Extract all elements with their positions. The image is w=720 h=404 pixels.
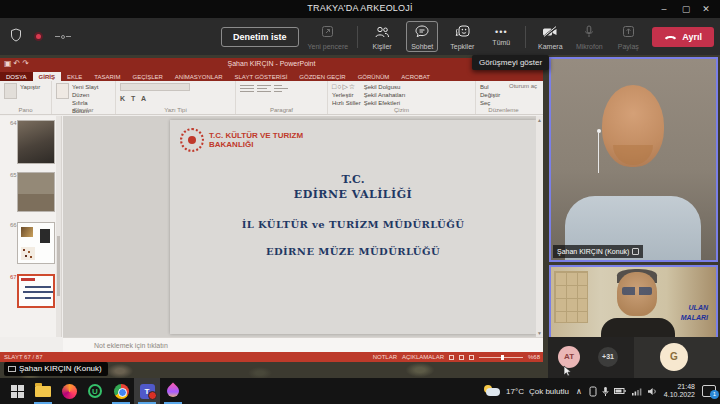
shape-outline-button[interactable]: Şekil Anahatları [364, 91, 406, 99]
paint-app-button[interactable] [160, 378, 186, 404]
camera-button[interactable]: Kamera [535, 24, 565, 50]
tab-dosya[interactable]: DOSYA [0, 72, 33, 81]
tab-animasyonlar[interactable]: ANİMASYONLAR [169, 72, 229, 81]
firefox-button[interactable] [56, 378, 82, 404]
scroll-down-icon[interactable]: ▼ [536, 330, 543, 336]
camera-off-icon [542, 24, 558, 42]
people-button[interactable]: Kişiler [367, 24, 397, 50]
teams-titlebar: TRAKYA'DA ARKEOLOJİ – ▢ ✕ [0, 0, 720, 18]
paste-icon[interactable] [4, 83, 17, 99]
shape-fill-button[interactable]: Şekil Dolgusu [364, 83, 406, 91]
tab-gorunum[interactable]: GÖRÜNÜM [352, 72, 396, 81]
toolbar-divider [525, 26, 526, 48]
normal-view-icon[interactable] [449, 355, 454, 360]
maximize-button[interactable]: ▢ [678, 2, 694, 16]
firefox-icon [62, 384, 77, 399]
new-window-button[interactable]: Yeni pencere [308, 24, 349, 50]
current-slide[interactable]: T.C. KÜLTÜR VE TURIZM BAKANLIĞI T.C. EDİ… [170, 120, 536, 334]
slide-thumbnail-67-selected[interactable]: 67 [9, 274, 55, 312]
thumbnail-image[interactable] [17, 172, 55, 212]
weather-widget[interactable]: 17°C Çok bulutlu [483, 385, 569, 397]
avatar-g[interactable]: G [660, 343, 688, 371]
taskbar-clock[interactable]: 21:48 4.10.2022 [664, 383, 695, 399]
bullet-list-icon[interactable] [240, 83, 254, 94]
mic-button[interactable]: Mikrofon [574, 24, 604, 50]
video-feed-second-participant[interactable]: ULAN MALARI [549, 265, 718, 340]
start-button[interactable] [4, 378, 30, 404]
find-button[interactable]: Bul [480, 83, 500, 91]
thumbnail-scrollbar[interactable] [56, 116, 61, 337]
zoom-level[interactable]: %68 [528, 352, 540, 362]
notes-toggle[interactable]: NOTLAR [373, 352, 397, 362]
indent-icons[interactable] [274, 83, 288, 94]
align-icons[interactable] [257, 83, 271, 94]
thumbnail-image[interactable] [17, 222, 55, 264]
uninstaller-button[interactable]: U [82, 378, 108, 404]
teams-button[interactable]: T [134, 378, 160, 404]
chrome-icon [114, 384, 129, 399]
comments-toggle[interactable]: AÇIKLAMALAR [402, 352, 444, 362]
thumbnail-image[interactable] [17, 120, 55, 164]
ppt-window-title: Şahan KIRÇIN - PowerPoint [0, 58, 543, 70]
network-icon[interactable] [631, 387, 642, 396]
windows-logo-icon [11, 385, 24, 398]
slide-thumbnail-64[interactable]: 64 [9, 120, 55, 166]
share-button[interactable]: Paylaş [613, 24, 643, 50]
scroll-up-icon[interactable]: ▲ [536, 117, 543, 123]
chat-button[interactable]: Sohbet [406, 21, 438, 52]
device-icon[interactable] [589, 386, 597, 397]
battery-icon[interactable] [614, 387, 626, 395]
chrome-button[interactable] [108, 378, 134, 404]
volume-icon[interactable] [647, 387, 657, 396]
tab-slayt-gosterisi[interactable]: SLAYT GÖSTERİSİ [229, 72, 294, 81]
layout-button[interactable]: Düzen [72, 91, 98, 99]
new-slide-button[interactable]: Yeni Slayt [72, 83, 98, 91]
mouse-cursor [563, 363, 572, 381]
video-feed-main-speaker[interactable]: Şahan KIRÇIN (Konuk) [549, 57, 718, 262]
notification-center-button[interactable]: 1 [702, 385, 716, 397]
ppt-sign-in[interactable]: Oturum aç [509, 83, 537, 89]
slideshow-icon[interactable] [469, 355, 474, 360]
close-button[interactable]: ✕ [698, 2, 714, 16]
more-button[interactable]: ••• Tümü [486, 27, 516, 46]
new-slide-icon[interactable] [56, 83, 69, 99]
slide-thumbnail-65[interactable]: 65 [9, 172, 55, 214]
shape-effects-button[interactable]: Şekil Efektleri [364, 99, 406, 107]
leave-button[interactable]: Ayrıl [652, 27, 714, 47]
thumbnail-image[interactable] [17, 274, 55, 308]
request-control-button[interactable]: Denetim iste [221, 27, 299, 47]
font-name-combobox[interactable] [120, 83, 190, 91]
slide-sorter-icon[interactable] [459, 355, 464, 360]
teams-meeting-window: TRAKYA'DA ARKEOLOJİ – ▢ ✕ Denetim iste Y… [0, 0, 720, 404]
tab-gozden-gecir[interactable]: GÖZDEN GEÇİR [293, 72, 351, 81]
file-explorer-button[interactable] [30, 378, 56, 404]
font-style-buttons[interactable]: K T A [120, 95, 190, 102]
more-dots-icon: ••• [495, 27, 507, 38]
replace-button[interactable]: Değiştir [480, 91, 500, 99]
tab-giris[interactable]: GİRİŞ [33, 72, 61, 81]
tab-gecisler[interactable]: GEÇİŞLER [126, 72, 168, 81]
canvas-scrollbar[interactable]: ▲ ▼ [536, 116, 543, 337]
tab-ekle[interactable]: EKLE [61, 72, 88, 81]
zoom-slider[interactable] [479, 357, 523, 358]
powerpoint-window: ▣↶↷ Şahan KIRÇIN - PowerPoint ✕ DOSYA Gİ… [0, 58, 543, 362]
tab-acrobat[interactable]: ACROBAT [395, 72, 436, 81]
tab-tasarim[interactable]: TASARIM [88, 72, 126, 81]
notes-pane[interactable]: Not eklemek için tıklatın [63, 337, 543, 352]
minimize-button[interactable]: – [656, 2, 672, 16]
slide-thumbnail-66[interactable]: 66 [9, 222, 55, 266]
tray-chevron-icon[interactable]: ∧ [576, 387, 582, 396]
tray-mic-icon[interactable] [602, 386, 609, 397]
toolbar-divider [357, 26, 358, 48]
quick-styles-button[interactable]: Hızlı Stiller [332, 99, 361, 107]
reactions-button[interactable]: Tepkiler [447, 24, 477, 50]
select-button[interactable]: Seç [480, 99, 500, 107]
paste-button[interactable]: Yapıştır [20, 83, 40, 91]
slide-canvas: T.C. KÜLTÜR VE TURIZM BAKANLIĞI T.C. EDİ… [63, 116, 543, 337]
avatar-overflow-count[interactable]: +31 [598, 347, 618, 367]
chat-tooltip: Görüşmeyi göster [472, 55, 549, 70]
arrange-button[interactable]: Yerleştir [332, 91, 361, 99]
shapes-gallery[interactable]: □○▷☆ [332, 83, 361, 91]
reset-button[interactable]: Sıfırla [72, 99, 98, 107]
weather-desc: Çok bulutlu [529, 387, 569, 396]
